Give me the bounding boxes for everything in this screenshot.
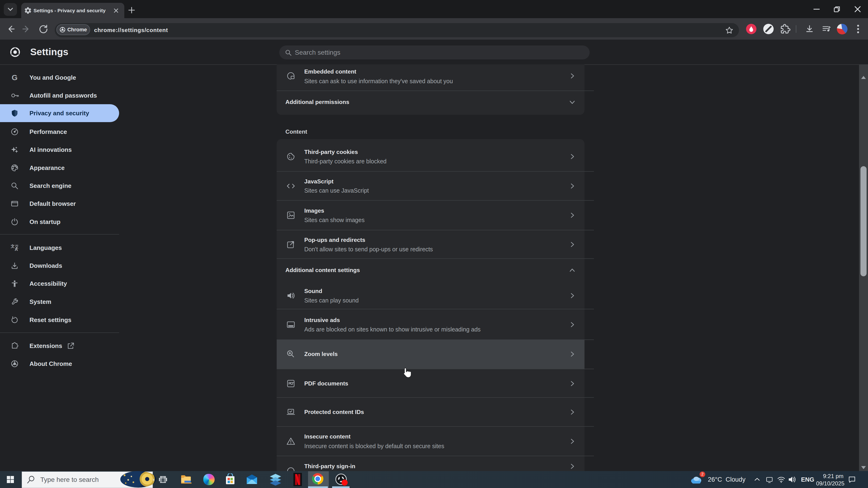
svg-text:文: 文: [10, 244, 15, 249]
svg-text:G: G: [12, 73, 18, 82]
